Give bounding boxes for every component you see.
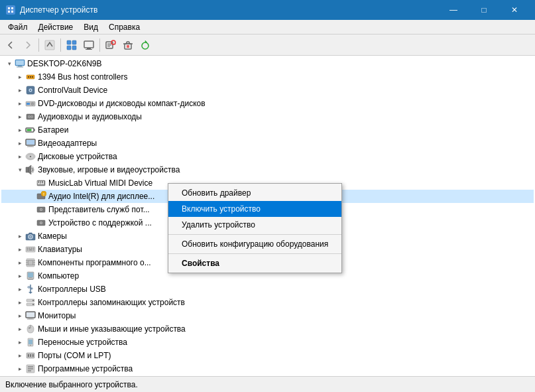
midi-icon <box>36 178 46 188</box>
expand-ports[interactable] <box>15 350 25 361</box>
device-tree[interactable]: DESKTOP-02K6N9B 1394 Bus host controller… <box>0 56 535 376</box>
label-display: Видеоадаптеры <box>38 139 97 148</box>
tree-item-ports[interactable]: Порты (COM и LPT) <box>1 349 534 362</box>
expand-musiclab <box>25 178 36 188</box>
tree-item-audio-io[interactable]: Аудиовходы и аудиовыходы <box>1 110 534 123</box>
tree-item-usb[interactable]: Контроллеры USB <box>1 283 534 296</box>
svg-rect-32 <box>28 76 29 78</box>
svg-point-104 <box>32 300 34 301</box>
menu-help[interactable]: Справка <box>103 21 145 33</box>
svg-rect-49 <box>27 129 32 131</box>
svg-text:!: ! <box>43 192 44 196</box>
toolbar-back[interactable] <box>3 37 19 53</box>
tree-root[interactable]: DESKTOP-02K6N9B <box>1 57 534 70</box>
ctx-enable-device[interactable]: Включить устройство <box>168 201 341 217</box>
expand-root[interactable] <box>4 58 15 69</box>
svg-rect-34 <box>32 76 33 78</box>
label-monitors: Мониторы <box>38 311 76 320</box>
svg-rect-1 <box>8 7 10 9</box>
svg-rect-118 <box>30 354 32 357</box>
tree-item-portable[interactable]: Переносные устройства <box>1 336 534 349</box>
expand-keyboards[interactable] <box>15 244 25 255</box>
toolbar-monitor[interactable] <box>81 37 97 53</box>
svg-rect-33 <box>30 76 31 78</box>
label-mice: Мыши и иные указывающие устройства <box>38 324 186 334</box>
tree-item-display[interactable]: Видеоадаптеры <box>1 137 534 150</box>
tree-item-controlvault[interactable]: ControlVault Device <box>1 84 534 97</box>
expand-computer[interactable] <box>15 271 25 281</box>
svg-rect-110 <box>27 319 34 320</box>
tree-item-dvd[interactable]: DVD-дисководы и дисководы компакт-дисков <box>1 97 534 110</box>
label-predstav: Представитель служб пот... <box>48 205 150 214</box>
tree-item-storage[interactable]: Контроллеры запоминающих устройств <box>1 296 534 309</box>
tree-item-software[interactable]: Программные устройства <box>1 362 534 375</box>
svg-rect-88 <box>29 261 32 265</box>
toolbar-sep1 <box>38 38 39 52</box>
expand-1394[interactable] <box>15 72 25 82</box>
toolbar-up[interactable] <box>42 37 58 53</box>
svg-rect-63 <box>38 181 39 183</box>
ctx-update-driver[interactable]: Обновить драйвер <box>168 185 341 201</box>
window-title: Диспетчер устройств <box>20 5 97 15</box>
expand-usb[interactable] <box>15 284 25 294</box>
tree-item-1394[interactable]: 1394 Bus host controllers <box>1 70 534 84</box>
minimize-button[interactable]: — <box>438 0 469 20</box>
toolbar-show-hidden[interactable] <box>64 37 80 53</box>
close-button[interactable]: ✕ <box>499 0 530 20</box>
tree-item-cpu[interactable]: Процессоры <box>1 375 534 376</box>
toolbar <box>0 34 535 56</box>
expand-storage[interactable] <box>15 297 25 308</box>
label-dvd: DVD-дисководы и дисководы компакт-дисков <box>38 99 206 108</box>
toolbar-remove[interactable] <box>120 37 136 53</box>
toolbar-scan[interactable] <box>103 37 119 53</box>
svg-rect-84 <box>29 249 32 251</box>
expand-components[interactable] <box>15 257 25 268</box>
expand-portable[interactable] <box>15 337 25 348</box>
menu-action[interactable]: Действие <box>33 21 79 33</box>
expand-disk[interactable] <box>15 151 25 162</box>
svg-rect-79 <box>27 248 29 249</box>
component-icon <box>25 257 36 268</box>
svg-rect-83 <box>27 249 29 251</box>
expand-dvd[interactable] <box>15 98 25 109</box>
disk-icon <box>25 151 36 162</box>
label-computer: Компьютер <box>38 271 79 281</box>
expand-batteries[interactable] <box>15 125 25 135</box>
tree-item-sound[interactable]: Звуковые, игровые и видеоустройства <box>1 163 534 176</box>
toolbar-sep2 <box>60 38 61 52</box>
maximize-button[interactable]: □ <box>469 0 499 20</box>
expand-controlvault[interactable] <box>15 85 25 96</box>
expand-sound[interactable] <box>15 164 25 175</box>
svg-rect-85 <box>33 249 34 251</box>
display-icon <box>25 138 36 149</box>
ctx-remove-device[interactable]: Удалить устройство <box>168 217 341 233</box>
expand-monitors[interactable] <box>15 310 25 321</box>
svg-rect-10 <box>84 41 93 48</box>
svg-rect-53 <box>27 147 34 147</box>
expand-software[interactable] <box>15 363 25 374</box>
toolbar-forward[interactable] <box>20 37 36 53</box>
menu-view[interactable]: Вид <box>78 21 103 33</box>
expand-cameras[interactable] <box>15 231 25 241</box>
camera-icon <box>25 231 36 241</box>
menu-file[interactable]: Файл <box>3 21 33 33</box>
title-bar: Диспетчер устройств — □ ✕ <box>0 0 535 20</box>
svg-rect-117 <box>28 354 29 357</box>
toolbar-refresh[interactable] <box>137 37 153 53</box>
tree-item-disk[interactable]: Дисковые устройства <box>1 150 534 163</box>
tree-item-batteries[interactable]: Батареи <box>1 123 534 137</box>
usb-icon <box>25 284 36 294</box>
svg-point-45 <box>29 116 29 117</box>
port-icon <box>25 350 36 361</box>
label-storage: Контроллеры запоминающих устройств <box>38 298 185 307</box>
expand-usupport <box>25 218 36 228</box>
tree-item-mice[interactable]: Мыши и иные указывающие устройства <box>1 322 534 336</box>
expand-display[interactable] <box>15 138 25 149</box>
svg-rect-99 <box>28 287 30 288</box>
ctx-properties[interactable]: Свойства <box>168 255 341 271</box>
expand-mice[interactable] <box>15 324 25 334</box>
ctx-update-config[interactable]: Обновить конфигурацию оборудования <box>168 236 341 252</box>
expand-audio-io[interactable] <box>15 111 25 122</box>
svg-rect-119 <box>32 354 34 357</box>
tree-item-monitors[interactable]: Мониторы <box>1 309 534 322</box>
